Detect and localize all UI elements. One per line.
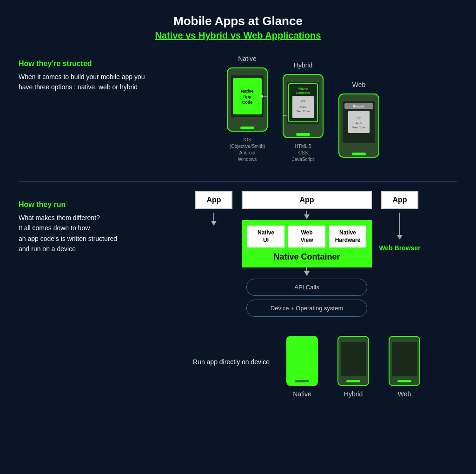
hybrid-phone-group: Hybrid Native Container </> App's Web xyxy=(282,61,324,163)
hybrid-bottom-label: Hybrid xyxy=(344,390,363,398)
bottom-section: Run app directly on device Native xyxy=(149,326,465,398)
web-bottom-label: Web xyxy=(398,390,411,398)
svg-text:App's: App's xyxy=(300,106,307,108)
native-phone-svg: Native App Code xyxy=(226,67,268,132)
hybrid-bottom-phone-svg xyxy=(337,335,370,387)
section2-left: How they run What makes them different? … xyxy=(19,191,149,254)
svg-marker-30 xyxy=(211,221,217,226)
web-bottom-phone: Web xyxy=(388,335,421,398)
arch-top-row: App App xyxy=(149,191,465,277)
native-arrow-down xyxy=(209,213,218,227)
svg-rect-39 xyxy=(295,380,309,382)
svg-text:Container: Container xyxy=(296,91,311,94)
native-bottom-phone: Native xyxy=(286,335,318,398)
web-browser-label: Web Browser xyxy=(379,244,420,252)
svg-rect-41 xyxy=(341,342,366,376)
section1-left: How they're structed When it comes to bu… xyxy=(19,55,149,93)
svg-text:Code: Code xyxy=(242,100,253,105)
web-bottom-phone-svg xyxy=(388,335,421,387)
bottom-phones-row: Native Hybrid xyxy=(286,335,421,398)
svg-text:</>: </> xyxy=(357,116,361,119)
svg-rect-45 xyxy=(397,380,411,382)
section2-label: How they run xyxy=(19,200,149,209)
hybrid-phone-label: Hybrid xyxy=(294,61,312,69)
run-label: Run app directly on device xyxy=(193,357,286,367)
svg-rect-42 xyxy=(346,380,360,382)
hybrid-inner-row: NativeUI WebView NativeHardware xyxy=(247,226,366,247)
web-phone-group: Web Browser </> App's Web Code xyxy=(338,81,380,163)
native-app-box: App xyxy=(195,191,232,209)
svg-rect-11 xyxy=(296,133,310,136)
svg-text:Browser: Browser xyxy=(353,105,365,108)
svg-text:Native: Native xyxy=(241,89,253,93)
page-subtitle: Native vs Hybrid vs Web Applications xyxy=(19,30,457,41)
hybrid-outer-container: NativeUI WebView NativeHardware Native C… xyxy=(242,220,372,267)
page-title: Mobile Apps at Glance xyxy=(19,14,457,28)
native-hardware-box: NativeHardware xyxy=(329,226,366,247)
web-arrow-down xyxy=(395,213,404,240)
section2-right: App App xyxy=(149,191,465,398)
svg-rect-44 xyxy=(392,342,417,376)
section1-desc: When it comes to build your mobile app y… xyxy=(19,72,149,93)
device-os-box: Device + Operating system xyxy=(246,300,367,317)
native-phone-caption: IOS(Objective/Smith)AndroidWindows xyxy=(230,137,265,163)
native-arch-col: App xyxy=(191,191,237,227)
web-phone-svg: Browser </> App's Web Code xyxy=(338,93,380,158)
svg-rect-38 xyxy=(290,342,315,376)
hybrid-arrow-down xyxy=(302,211,311,220)
page-header: Mobile Apps at Glance Native vs Hybrid v… xyxy=(19,14,457,41)
page-container: Mobile Apps at Glance Native vs Hybrid v… xyxy=(0,0,476,474)
hybrid-arch-col: App NativeUI WebView NativeHardware Nat xyxy=(242,191,372,277)
web-app-box: App xyxy=(381,191,418,209)
section1-right: Native Native App Code IOS(O xyxy=(149,55,457,172)
svg-marker-32 xyxy=(304,214,310,219)
svg-text:Web Code: Web Code xyxy=(352,126,366,129)
web-arch-col: App Web Browser xyxy=(377,191,423,252)
api-os-area: API Calls Device + Operating system xyxy=(246,279,367,317)
svg-text:Web Code: Web Code xyxy=(297,110,310,113)
section2-desc: What makes them different? It all comes … xyxy=(19,213,149,254)
section-structured: How they're structed When it comes to bu… xyxy=(19,55,457,172)
native-ui-box: NativeUI xyxy=(247,226,284,247)
svg-text:Native: Native xyxy=(298,87,308,90)
phones-row: Native Native App Code IOS(O xyxy=(226,55,380,172)
section1-label: How they're structed xyxy=(19,60,149,68)
svg-text:</>: </> xyxy=(301,100,305,103)
api-os-stack: API Calls Device + Operating system xyxy=(246,279,367,317)
web-view-box: WebView xyxy=(288,226,325,247)
svg-text:App: App xyxy=(243,94,251,99)
web-phone-label: Web xyxy=(352,81,366,88)
hybrid-phone-svg: Native Container </> App's Web Code xyxy=(282,73,324,139)
native-bottom-label: Native xyxy=(293,390,311,398)
hybrid-app-box: App xyxy=(242,191,372,209)
svg-marker-36 xyxy=(397,235,403,240)
svg-rect-22 xyxy=(352,153,366,155)
native-container-label: Native Container xyxy=(273,252,340,262)
hybrid-bottom-phone: Hybrid xyxy=(337,335,370,398)
native-phone-group: Native Native App Code IOS(O xyxy=(226,55,268,163)
svg-rect-2 xyxy=(240,127,254,129)
section-run: How they run What makes them different? … xyxy=(19,191,457,398)
section-divider xyxy=(19,181,457,182)
svg-marker-34 xyxy=(304,271,310,276)
hybrid-arrow-down2 xyxy=(302,267,311,277)
native-phone-label: Native xyxy=(238,55,257,62)
native-bottom-phone-svg xyxy=(286,335,318,387)
api-calls-box: API Calls xyxy=(246,279,367,296)
svg-text:App's: App's xyxy=(356,122,363,125)
hybrid-phone-caption: HTML 5CSSJavaScript xyxy=(292,143,314,163)
